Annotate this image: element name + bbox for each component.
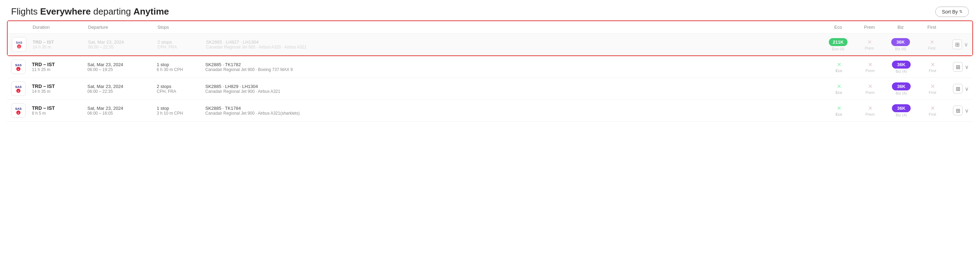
expand-button-1[interactable]: ⊞ bbox=[953, 62, 963, 72]
sort-arrows-icon: ⇅ bbox=[959, 10, 963, 14]
chevron-button-1[interactable]: ∨ bbox=[965, 64, 969, 70]
prem-x-2: ✕ bbox=[868, 83, 872, 90]
row-actions-1: ⊞ ∨ bbox=[948, 62, 969, 72]
eco-label-2: Eco bbox=[836, 90, 842, 95]
biz-badge-3[interactable]: 36K bbox=[892, 104, 911, 112]
prem-label-0: Prem bbox=[865, 46, 874, 50]
airline-logo-1: SAS ✈ bbox=[11, 60, 25, 74]
first-price-0: ✕ First bbox=[916, 39, 947, 50]
col-first: First bbox=[916, 25, 947, 30]
chevron-button-3[interactable]: ∨ bbox=[965, 107, 969, 114]
biz-price-1[interactable]: 36K Biz (4) bbox=[886, 60, 917, 73]
biz-price-0[interactable]: 36K Biz (4) bbox=[885, 38, 916, 51]
first-x-1: ✕ bbox=[931, 61, 935, 68]
page-title: Flights Everywhere departing Anytime bbox=[11, 6, 169, 17]
flight-row-2: SAS ✈ TRD – IST 14 h 35 m Sat, Mar 23, 2… bbox=[7, 78, 973, 100]
svg-text:SAS: SAS bbox=[15, 85, 22, 89]
prem-price-1: ✕ Prem bbox=[854, 61, 886, 73]
prem-label-2: Prem bbox=[865, 90, 875, 95]
first-x-0: ✕ bbox=[930, 39, 934, 45]
flights-header-box: Duration Departure Stops Eco Prem Biz Fi… bbox=[7, 21, 973, 56]
eco-price-1: ✕ Eco bbox=[823, 61, 854, 73]
eco-x-2: ✕ bbox=[837, 83, 841, 90]
flight-route-2: TRD – IST 14 h 35 m bbox=[32, 84, 88, 94]
departure-2: Sat, Mar 23, 2024 06:00 – 22:35 bbox=[88, 84, 157, 94]
airline-logo-2: SAS ✈ bbox=[11, 81, 25, 96]
eco-x-3: ✕ bbox=[837, 105, 841, 111]
svg-text:✈: ✈ bbox=[18, 112, 19, 114]
eco-price-2: ✕ Eco bbox=[823, 83, 854, 95]
col-prem: Prem bbox=[854, 25, 885, 30]
departure-3: Sat, Mar 23, 2024 06:00 – 16:05 bbox=[88, 106, 157, 116]
row-actions-2: ⊞ ∨ bbox=[948, 84, 969, 94]
stops-3: 1 stop 3 h 10 m CPH bbox=[157, 106, 205, 116]
eco-price-0[interactable]: 211K Eco (4) bbox=[822, 38, 854, 51]
prem-x-0: ✕ bbox=[867, 39, 872, 45]
flight-details-1: SK2885 · TK1782 Canadair Regional Jet 90… bbox=[205, 62, 823, 72]
sort-button[interactable]: Sort By ⇅ bbox=[935, 6, 969, 17]
svg-text:✈: ✈ bbox=[18, 90, 19, 92]
flight-row-0: SAS ✈ TRD – IST 14 h 35 m Sat, Mar 23, 2… bbox=[8, 33, 972, 56]
first-price-1: ✕ First bbox=[917, 61, 948, 73]
col-eco: Eco bbox=[822, 25, 854, 30]
expand-button-3[interactable]: ⊞ bbox=[953, 106, 963, 115]
stops-2: 2 stops CPH, FRA bbox=[157, 84, 205, 94]
biz-label-2: Biz (4) bbox=[896, 91, 907, 95]
flight-list: SAS ✈ TRD – IST 11 h 25 m Sat, Mar 23, 2… bbox=[7, 56, 973, 122]
svg-text:✈: ✈ bbox=[18, 68, 19, 71]
first-label-2: First bbox=[929, 90, 936, 95]
svg-text:SAS: SAS bbox=[15, 107, 22, 111]
first-x-3: ✕ bbox=[931, 105, 935, 111]
prem-label-1: Prem bbox=[865, 68, 875, 73]
departure-0: Sat, Mar 23, 2024 06:00 – 22:35 bbox=[88, 40, 158, 49]
first-x-2: ✕ bbox=[931, 83, 935, 90]
prem-price-3: ✕ Prem bbox=[854, 105, 886, 116]
expand-button-2[interactable]: ⊞ bbox=[953, 84, 963, 94]
biz-badge-0[interactable]: 36K bbox=[891, 38, 910, 46]
biz-price-3[interactable]: 36K Biz (4) bbox=[886, 104, 917, 117]
svg-text:✈: ✈ bbox=[18, 46, 20, 48]
col-biz: Biz bbox=[885, 25, 916, 30]
airline-logo-0: SAS ✈ bbox=[12, 37, 26, 52]
prem-price-0: ✕ Prem bbox=[854, 39, 885, 50]
col-duration: Duration bbox=[33, 25, 88, 30]
eco-label-1: Eco bbox=[836, 68, 842, 73]
prem-price-2: ✕ Prem bbox=[854, 83, 886, 95]
eco-badge-0[interactable]: 211K bbox=[829, 38, 848, 46]
flight-row-1: SAS ✈ TRD – IST 11 h 25 m Sat, Mar 23, 2… bbox=[7, 56, 973, 78]
chevron-button-2[interactable]: ∨ bbox=[965, 86, 969, 92]
prem-x-1: ✕ bbox=[868, 61, 872, 68]
svg-text:SAS: SAS bbox=[15, 63, 22, 67]
eco-label-3: Eco bbox=[836, 112, 842, 116]
flight-route-0: TRD – IST 14 h 35 m bbox=[33, 40, 88, 49]
stops-0: 2 stops CPH, FRA bbox=[158, 40, 206, 49]
biz-badge-2[interactable]: 36K bbox=[892, 82, 911, 90]
departure-1: Sat, Mar 23, 2024 06:00 – 19:25 bbox=[88, 62, 157, 72]
chevron-button-0[interactable]: ∨ bbox=[964, 41, 968, 48]
eco-price-3: ✕ Eco bbox=[823, 105, 854, 116]
eco-label-0: Eco (4) bbox=[832, 47, 844, 51]
biz-price-2[interactable]: 36K Biz (4) bbox=[886, 82, 917, 95]
first-label-3: First bbox=[929, 112, 936, 116]
airline-logo-3: SAS ✈ bbox=[11, 103, 25, 118]
first-label-0: First bbox=[928, 46, 935, 50]
col-stops: Stops bbox=[158, 25, 206, 30]
first-price-3: ✕ First bbox=[917, 105, 948, 116]
biz-label-1: Biz (4) bbox=[896, 69, 907, 73]
prem-label-3: Prem bbox=[865, 112, 875, 116]
col-departure: Departure bbox=[88, 25, 158, 30]
flight-route-1: TRD – IST 11 h 25 m bbox=[32, 62, 88, 72]
svg-text:SAS: SAS bbox=[16, 41, 22, 44]
first-label-1: First bbox=[929, 68, 936, 73]
row-actions-0: ⊞ ∨ bbox=[947, 40, 968, 49]
prem-x-3: ✕ bbox=[868, 105, 872, 111]
stops-1: 1 stop 6 h 30 m CPH bbox=[157, 62, 205, 72]
flight-details-0: SK2885 · LH827 · LH1304 Canadair Regiona… bbox=[206, 40, 822, 49]
biz-label-3: Biz (4) bbox=[896, 113, 907, 117]
expand-button-0[interactable]: ⊞ bbox=[952, 40, 962, 49]
row-actions-3: ⊞ ∨ bbox=[948, 106, 969, 115]
flight-details-3: SK2885 · TK1784 Canadair Regional Jet 90… bbox=[205, 106, 823, 116]
flight-row-3: SAS ✈ TRD – IST 8 h 5 m Sat, Mar 23, 202… bbox=[7, 100, 973, 122]
first-price-2: ✕ First bbox=[917, 83, 948, 95]
biz-badge-1[interactable]: 36K bbox=[892, 60, 911, 68]
